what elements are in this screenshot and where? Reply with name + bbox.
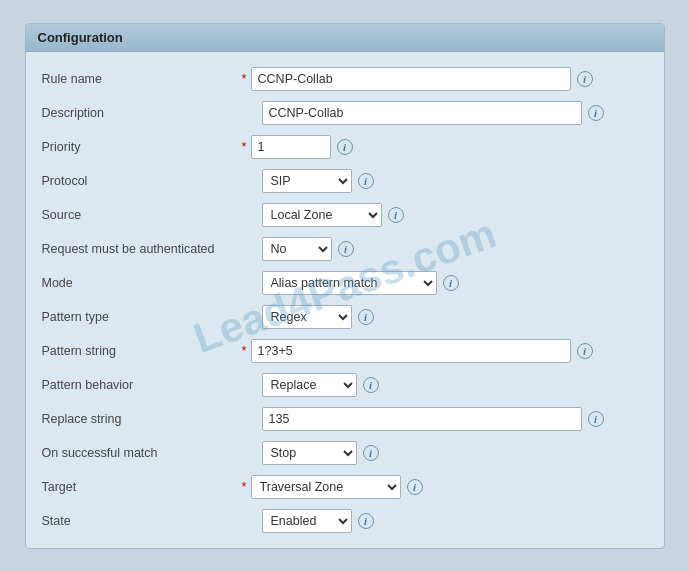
description-row: Description i (42, 96, 648, 130)
source-row: Source Local Zone Any Zone Traversal Zon… (42, 198, 648, 232)
panel-title: Configuration (26, 24, 664, 52)
replace-string-label: Replace string (42, 412, 242, 426)
pattern-string-control: * i (242, 339, 648, 363)
protocol-info-icon[interactable]: i (358, 173, 374, 189)
replace-string-input[interactable] (262, 407, 582, 431)
rule-name-label: Rule name (42, 72, 242, 86)
state-row: State Enabled Disabled i (42, 504, 648, 538)
description-label: Description (42, 106, 242, 120)
mode-info-icon[interactable]: i (443, 275, 459, 291)
target-select[interactable]: Traversal Zone Local Zone DNS Zone (251, 475, 401, 499)
pattern-behavior-control: Replace Strip Leave i (242, 373, 648, 397)
target-info-icon[interactable]: i (407, 479, 423, 495)
target-control: * Traversal Zone Local Zone DNS Zone i (242, 475, 648, 499)
description-info-icon[interactable]: i (588, 105, 604, 121)
request-auth-row: Request must be authenticated No Yes i (42, 232, 648, 266)
target-required: * (242, 479, 247, 494)
target-label: Target (42, 480, 242, 494)
pattern-behavior-select[interactable]: Replace Strip Leave (262, 373, 357, 397)
pattern-behavior-label: Pattern behavior (42, 378, 242, 392)
on-successful-match-control: Stop Continue i (242, 441, 648, 465)
source-info-icon[interactable]: i (388, 207, 404, 223)
mode-row: Mode Alias pattern match Any alias Regis… (42, 266, 648, 300)
mode-control: Alias pattern match Any alias Registered… (242, 271, 648, 295)
priority-label: Priority (42, 140, 242, 154)
mode-label: Mode (42, 276, 242, 290)
mode-select[interactable]: Alias pattern match Any alias Registered… (262, 271, 437, 295)
rule-name-input[interactable] (251, 67, 571, 91)
pattern-behavior-row: Pattern behavior Replace Strip Leave i (42, 368, 648, 402)
protocol-row: Protocol SIP H.323 Any i (42, 164, 648, 198)
pattern-type-control: Regex Prefix Suffix Exact i (242, 305, 648, 329)
source-label: Source (42, 208, 242, 222)
pattern-type-info-icon[interactable]: i (358, 309, 374, 325)
source-select[interactable]: Local Zone Any Zone Traversal Zone (262, 203, 382, 227)
pattern-string-info-icon[interactable]: i (577, 343, 593, 359)
target-row: Target * Traversal Zone Local Zone DNS Z… (42, 470, 648, 504)
priority-required: * (242, 139, 247, 154)
config-body: Rule name * i Description i Priority (26, 52, 664, 548)
rule-name-info-icon[interactable]: i (577, 71, 593, 87)
state-info-icon[interactable]: i (358, 513, 374, 529)
description-control: i (242, 101, 648, 125)
request-auth-info-icon[interactable]: i (338, 241, 354, 257)
request-auth-label: Request must be authenticated (42, 242, 242, 256)
source-control: Local Zone Any Zone Traversal Zone i (242, 203, 648, 227)
priority-info-icon[interactable]: i (337, 139, 353, 155)
state-control: Enabled Disabled i (242, 509, 648, 533)
request-auth-select[interactable]: No Yes (262, 237, 332, 261)
protocol-select[interactable]: SIP H.323 Any (262, 169, 352, 193)
state-select[interactable]: Enabled Disabled (262, 509, 352, 533)
state-label: State (42, 514, 242, 528)
configuration-panel: Configuration Rule name * i Description … (25, 23, 665, 549)
protocol-control: SIP H.323 Any i (242, 169, 648, 193)
pattern-type-row: Pattern type Regex Prefix Suffix Exact i (42, 300, 648, 334)
replace-string-control: i (242, 407, 648, 431)
pattern-string-input[interactable] (251, 339, 571, 363)
rule-name-row: Rule name * i (42, 62, 648, 96)
description-input[interactable] (262, 101, 582, 125)
pattern-type-label: Pattern type (42, 310, 242, 324)
on-successful-match-select[interactable]: Stop Continue (262, 441, 357, 465)
replace-string-info-icon[interactable]: i (588, 411, 604, 427)
rule-name-control: * i (242, 67, 648, 91)
priority-control: * i (242, 135, 648, 159)
request-auth-control: No Yes i (242, 237, 648, 261)
pattern-string-label: Pattern string (42, 344, 242, 358)
protocol-label: Protocol (42, 174, 242, 188)
priority-row: Priority * i (42, 130, 648, 164)
rule-name-required: * (242, 71, 247, 86)
pattern-string-row: Pattern string * i (42, 334, 648, 368)
pattern-type-select[interactable]: Regex Prefix Suffix Exact (262, 305, 352, 329)
on-successful-match-label: On successful match (42, 446, 242, 460)
on-successful-match-info-icon[interactable]: i (363, 445, 379, 461)
pattern-behavior-info-icon[interactable]: i (363, 377, 379, 393)
pattern-string-required: * (242, 343, 247, 358)
on-successful-match-row: On successful match Stop Continue i (42, 436, 648, 470)
replace-string-row: Replace string i (42, 402, 648, 436)
priority-input[interactable] (251, 135, 331, 159)
